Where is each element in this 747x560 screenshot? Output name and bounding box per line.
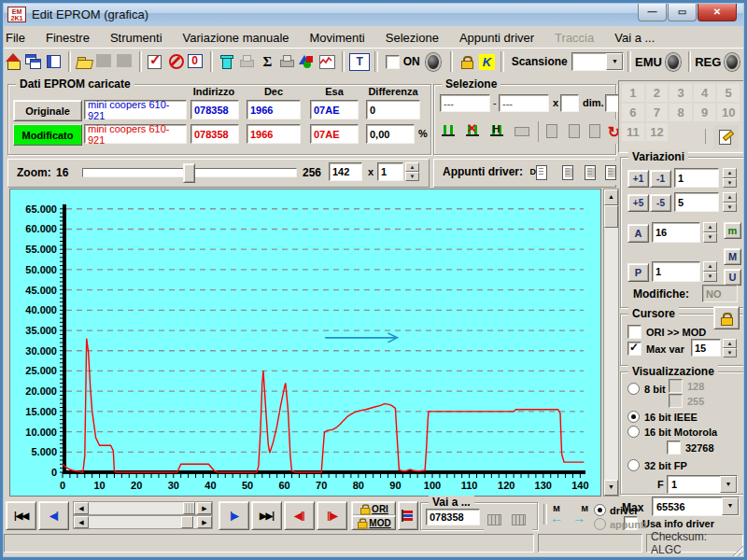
16bit-ieee-radio[interactable] <box>627 411 640 423</box>
max-var-spinner[interactable]: ▲▼ <box>723 339 737 357</box>
tile-window-button[interactable] <box>44 49 64 74</box>
ori-mod-checkbox-row[interactable]: ORI >> MOD <box>627 325 706 339</box>
minus5-button[interactable]: -5 <box>650 194 671 212</box>
scroll-thumb[interactable] <box>181 516 193 528</box>
8bit-radio[interactable] <box>627 383 640 395</box>
selection-start-button[interactable] <box>437 119 462 144</box>
originale-button[interactable]: Originale <box>13 100 82 121</box>
sum-button[interactable]: Σ <box>258 49 278 74</box>
scroll-thumb[interactable] <box>604 205 618 228</box>
scroll-thumb[interactable] <box>183 502 195 514</box>
scroll-right-arrow[interactable]: ▶ <box>197 502 212 514</box>
cascade-windows-button[interactable] <box>24 49 45 74</box>
step-forward-button[interactable]: |▶ <box>218 501 249 530</box>
menu-file[interactable]: File <box>6 31 25 45</box>
chart-view-button[interactable] <box>317 49 338 74</box>
eprom-chart[interactable]: 05.00010.00015.00020.00025.00030.00035.0… <box>9 189 601 497</box>
selezione-end-field[interactable]: --- <box>499 94 549 112</box>
reset-zero-button[interactable] <box>186 49 206 74</box>
selezione-start-field[interactable]: --- <box>440 94 490 112</box>
p-spinner[interactable]: ▲▼ <box>703 261 717 282</box>
confirm-check-button[interactable] <box>146 49 166 74</box>
goto-first-button[interactable]: |◀◀ <box>6 501 36 530</box>
originale-indirizzo-field[interactable]: 078358 <box>190 100 239 119</box>
m-small-button[interactable]: m <box>724 222 741 239</box>
goto-marker-right[interactable]: M → <box>570 504 588 523</box>
selection-cancel-button[interactable]: ✕ <box>461 119 486 144</box>
resize-grip[interactable] <box>732 545 743 556</box>
a-spinner[interactable]: ▲▼ <box>703 222 717 243</box>
jump-back-button[interactable]: ◀|| <box>284 501 315 530</box>
menu-variazione-manuale[interactable]: Variazione manuale <box>183 31 289 45</box>
scroll-left-arrow[interactable]: ◀ <box>74 502 89 514</box>
zoom-mult-field[interactable]: 1 <box>377 162 403 181</box>
p-value-field[interactable]: 1 <box>652 261 700 282</box>
step1-field[interactable]: 1 <box>674 168 719 188</box>
f-dropdown-arrow[interactable]: ▼ <box>720 476 737 493</box>
step5-field[interactable]: 5 <box>674 192 719 212</box>
m-big-button[interactable]: M <box>724 248 741 265</box>
ori-lock-button[interactable]: ORI <box>351 501 396 516</box>
lock-button[interactable] <box>457 49 477 74</box>
trash-button[interactable] <box>217 49 237 74</box>
cursor-lock-button[interactable] <box>713 306 740 329</box>
title-bar[interactable]: EM 2K1 Edit EPROM (grafica) — ▭ ✕ <box>3 3 744 26</box>
menu-vai-a[interactable]: Vai a ... <box>614 31 655 45</box>
p-button[interactable]: P <box>627 263 649 282</box>
close-button[interactable]: ✕ <box>698 3 737 21</box>
home-button[interactable] <box>4 49 24 74</box>
zoom-mult-spinner[interactable]: ▲▼ <box>405 162 419 181</box>
modificato-indirizzo-field[interactable]: 078358 <box>190 124 239 144</box>
16bit-ieee-radio-row[interactable]: 16 bit IEEE <box>627 411 698 423</box>
shapes-button[interactable] <box>298 49 318 74</box>
mod-lock-button[interactable]: MOD <box>351 515 396 530</box>
originale-dec-field[interactable]: 1966 <box>247 100 301 119</box>
32bit-fp-radio[interactable] <box>627 459 640 471</box>
8bit-radio-row[interactable]: 8 bit <box>627 383 666 395</box>
menu-finestre[interactable]: Finestre <box>46 31 90 45</box>
cancel-button[interactable] <box>166 49 187 74</box>
originale-name-field[interactable]: mini coopers 610-921 <box>84 100 187 119</box>
scansione-select[interactable]: ▼ <box>571 52 625 71</box>
goto-last-button[interactable]: ▶▶| <box>251 501 282 530</box>
menu-selezione[interactable]: Selezione <box>386 31 439 45</box>
originale-differenza-field[interactable]: 0 <box>366 100 420 119</box>
scansione-dropdown-arrow[interactable]: ▼ <box>606 53 623 70</box>
f-select[interactable]: 1 ▼ <box>667 475 738 494</box>
zoom-slider-thumb[interactable] <box>183 163 195 183</box>
max-select[interactable]: 65536 ▼ <box>652 497 740 516</box>
32bit-fp-radio-row[interactable]: 32 bit FP <box>627 459 687 471</box>
jump-forward-button[interactable]: ||▶ <box>317 501 347 530</box>
plus1-button[interactable]: +1 <box>627 170 649 188</box>
32768-checkbox[interactable] <box>667 441 681 455</box>
run-button[interactable]: K <box>477 49 498 74</box>
scroll-up-arrow[interactable]: ▲ <box>604 189 618 205</box>
menu-movimenti[interactable]: Movimenti <box>310 31 365 45</box>
originale-esa-field[interactable]: 07AE <box>310 100 359 119</box>
chart-vertical-scrollbar[interactable]: ▲ ▼ <box>603 189 619 497</box>
max-dropdown-arrow[interactable]: ▼ <box>722 497 739 515</box>
32768-checkbox-row[interactable]: 32768 <box>667 441 714 455</box>
step-back-button[interactable]: ◀| <box>38 501 69 530</box>
plus5-button[interactable]: +5 <box>627 194 649 212</box>
maximize-button[interactable]: ▭ <box>668 3 697 21</box>
scroll-down-arrow[interactable]: ▼ <box>604 480 618 496</box>
edit-notes-button[interactable] <box>713 125 739 149</box>
max-var-field[interactable]: 15 <box>691 339 721 357</box>
scrollbar-bottom[interactable]: ◀ ▶ <box>73 515 213 529</box>
marker-button[interactable] <box>398 501 418 530</box>
a-button[interactable]: A <box>627 224 649 243</box>
scrollbar-top[interactable]: ◀ ▶ <box>73 501 213 515</box>
selection-hold-button[interactable]: H <box>486 119 511 144</box>
vai-a-field[interactable]: 078358 <box>426 509 480 525</box>
minus1-button[interactable]: -1 <box>650 170 671 188</box>
zoom-width-field[interactable]: 142 <box>329 162 362 181</box>
modificato-differenza-field[interactable]: 0,00 <box>366 124 415 144</box>
16bit-motorola-radio-row[interactable]: 16 bit Motorola <box>627 426 717 438</box>
a-value-field[interactable]: 16 <box>652 222 700 243</box>
driver-radio[interactable] <box>594 504 606 516</box>
modificato-button[interactable]: Modificato <box>13 124 82 146</box>
menu-strumenti[interactable]: Strumenti <box>110 31 162 45</box>
on-checkbox[interactable] <box>386 55 400 69</box>
modificato-dec-field[interactable]: 1966 <box>247 124 301 144</box>
